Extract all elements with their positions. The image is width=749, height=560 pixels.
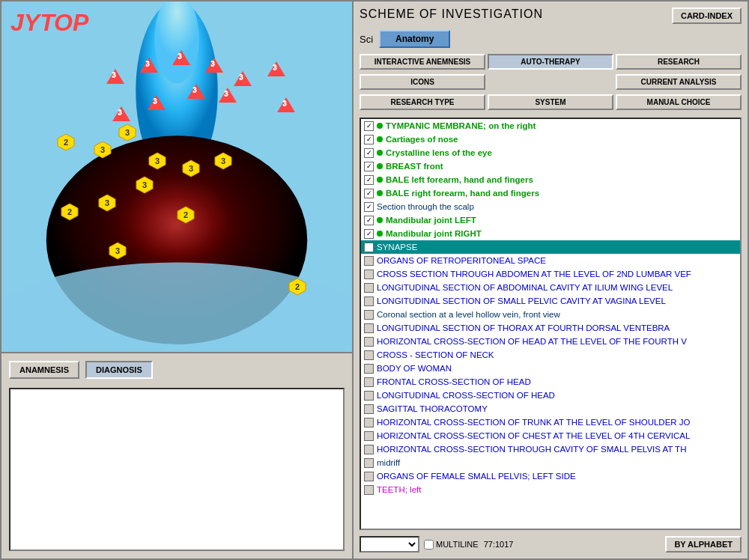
list-item[interactable]: ORGANS OF RETROPERITONEAL SPACE bbox=[361, 254, 740, 267]
marker-hexagon: 3 bbox=[118, 123, 137, 144]
auto-therapy-button[interactable]: AUTO-THERAPY bbox=[488, 54, 613, 70]
list-item-text: LONGITUDINAL CROSS-SECTION OF HEAD bbox=[377, 391, 555, 400]
dropdown-select[interactable] bbox=[360, 536, 419, 553]
svg-text:2: 2 bbox=[295, 282, 300, 291]
marker-hexagon: 2 bbox=[60, 202, 79, 224]
list-item-text: TYMPANIC MEMBRANE; on the right bbox=[386, 121, 536, 130]
list-item-text: CROSS SECTION THROUGH ABDOMEN AT THE LEV… bbox=[377, 270, 691, 279]
marker-hexagon: 3 bbox=[93, 140, 112, 162]
list-item[interactable]: HORIZONTAL CROSS-SECTION OF CHEST AT THE… bbox=[361, 429, 740, 442]
list-item[interactable]: ✓BALE right forearm, hand and fingers bbox=[361, 186, 740, 200]
list-item[interactable]: ✓Mandibular joint LEFT bbox=[361, 213, 740, 227]
list-item-bullet bbox=[377, 231, 383, 237]
list-item[interactable]: CROSS - SECTION OF NECK bbox=[361, 348, 740, 362]
marker-hexagon: 3 bbox=[97, 193, 117, 215]
list-item-text: Section through the scalp bbox=[377, 202, 474, 211]
marker-hexagon: 2 bbox=[176, 205, 195, 227]
multiline-checkbox[interactable] bbox=[424, 540, 434, 550]
list-item[interactable]: SAGITTAL THORACOTOMY bbox=[361, 402, 740, 416]
current-analysis-button[interactable]: CURRENT ANALYSIS bbox=[616, 74, 742, 90]
list-item[interactable]: HORIZONTAL CROSS-SECTION THROUGH CAVITY … bbox=[361, 442, 740, 456]
list-item[interactable]: ✓Crystalline lens of the eye bbox=[361, 146, 740, 159]
list-item-checkbox bbox=[364, 337, 374, 347]
list-item-text: Mandibular joint LEFT bbox=[386, 216, 476, 225]
list-item-checkbox: ✓ bbox=[364, 162, 374, 171]
list-item-text: BREAST front bbox=[386, 162, 443, 171]
list-item-checkbox bbox=[364, 404, 374, 414]
marker-triangle: 3 bbox=[140, 58, 158, 73]
counter-text: 77:1017 bbox=[484, 540, 514, 549]
marker-triangle: 3 bbox=[172, 50, 190, 65]
list-item-text: BALE right forearm, hand and fingers bbox=[386, 189, 539, 198]
list-item[interactable]: FRONTAL CROSS-SECTION OF HEAD bbox=[361, 375, 740, 389]
anatomy-button[interactable]: Anatomy bbox=[379, 30, 450, 48]
marker-triangle: 3 bbox=[205, 58, 223, 73]
button-row-1: INTERACTIVE ANEMNESIS AUTO-THERAPY RESEA… bbox=[360, 54, 742, 70]
list-item[interactable]: ✓Mandibular joint RIGHT bbox=[361, 227, 740, 240]
system-button[interactable]: SYSTEM bbox=[488, 94, 613, 110]
list-item-text: FRONTAL CROSS-SECTION OF HEAD bbox=[377, 377, 531, 386]
interactive-anemnesis-button[interactable]: INTERACTIVE ANEMNESIS bbox=[360, 54, 485, 70]
list-item[interactable]: TEETH; left bbox=[361, 483, 740, 496]
list-item-bullet bbox=[377, 190, 383, 196]
icons-button[interactable]: ICONS bbox=[360, 74, 485, 90]
list-item-checkbox: ✓ bbox=[364, 243, 374, 252]
list-item[interactable]: ✓Cartiages of nose bbox=[361, 133, 740, 146]
diagnosis-button[interactable]: DIAGNOSIS bbox=[85, 361, 153, 379]
list-item-checkbox bbox=[364, 472, 374, 481]
list-item[interactable]: CROSS SECTION THROUGH ABDOMEN AT THE LEV… bbox=[361, 267, 740, 281]
list-item-text: SYNAPSE bbox=[377, 243, 417, 252]
list-item[interactable]: LONGITUDINAL CROSS-SECTION OF HEAD bbox=[361, 389, 740, 402]
list-item[interactable]: HORIZONTAL CROSS-SECTION OF HEAD AT THE … bbox=[361, 335, 740, 348]
card-index-button[interactable]: CARD-INDEX bbox=[672, 7, 742, 24]
list-item[interactable]: Coronal section at a level hollow vein, … bbox=[361, 308, 740, 321]
list-item-text: CROSS - SECTION OF NECK bbox=[377, 350, 494, 359]
sci-row: Sci Anatomy bbox=[360, 30, 742, 48]
svg-text:2: 2 bbox=[67, 207, 72, 216]
list-item-text: LONGITUDINAL SECTION OF ABDOMINAL CAVITY… bbox=[377, 283, 673, 292]
list-item[interactable]: ✓BALE left forearm, hand and fingers bbox=[361, 173, 740, 186]
svg-text:3: 3 bbox=[221, 156, 225, 165]
anamnesis-button[interactable]: ANAMNESIS bbox=[9, 361, 79, 379]
list-item[interactable]: ✓SYNAPSE bbox=[361, 240, 740, 254]
svg-text:3: 3 bbox=[115, 246, 120, 255]
list-item-checkbox bbox=[364, 283, 374, 293]
marker-triangle: 3 bbox=[234, 71, 252, 86]
list-item[interactable]: BODY OF WOMAN bbox=[361, 362, 740, 375]
marker-hexagon: 3 bbox=[108, 241, 127, 263]
multiline-label: MULTILINE bbox=[436, 540, 479, 549]
list-item[interactable]: ✓BREAST front bbox=[361, 159, 740, 173]
list-item[interactable]: HORIZONTAL CROSS-SECTION OF TRUNK AT THE… bbox=[361, 416, 740, 429]
button-row-2: ICONS CURRENT ANALYSIS bbox=[360, 74, 742, 90]
list-item[interactable]: LONGITUDINAL SECTION OF ABDOMINAL CAVITY… bbox=[361, 281, 740, 294]
list-item[interactable]: ✓Section through the scalp bbox=[361, 200, 740, 213]
list-item[interactable]: LONGITUDINAL SECTION OF SMALL PELVIC CAV… bbox=[361, 294, 740, 308]
research-type-button[interactable]: RESEARCH TYPE bbox=[360, 94, 485, 110]
list-item-bullet bbox=[377, 123, 383, 129]
marker-hexagon: 3 bbox=[213, 151, 233, 173]
by-alphabet-button[interactable]: BY ALPHABET bbox=[665, 536, 742, 553]
manual-choice-button[interactable]: MANUAL CHOICE bbox=[616, 94, 742, 110]
list-item[interactable]: LONGITUDINAL SECTION OF THORAX AT FOURTH… bbox=[361, 321, 740, 335]
bottom-button-row: ANAMNESIS DIAGNOSIS bbox=[9, 361, 345, 379]
notes-area[interactable] bbox=[9, 388, 345, 551]
list-item[interactable]: ORGANS OF FEMALE SMALL PELVIS; LEFT SIDE bbox=[361, 469, 740, 483]
list-item-bullet bbox=[377, 136, 383, 142]
list-item[interactable]: ✓TYMPANIC MEMBRANE; on the right bbox=[361, 119, 740, 133]
investigation-list[interactable]: ✓TYMPANIC MEMBRANE; on the right✓Cartiag… bbox=[360, 118, 742, 530]
list-item[interactable]: midriff bbox=[361, 456, 740, 469]
marker-triangle: 3 bbox=[277, 97, 295, 112]
list-item-checkbox bbox=[364, 391, 374, 401]
marker-hexagon: 3 bbox=[135, 175, 154, 197]
list-item-checkbox: ✓ bbox=[364, 189, 374, 198]
list-item-text: SAGITTAL THORACOTOMY bbox=[377, 404, 488, 413]
marker-triangle: 3 bbox=[187, 84, 205, 99]
list-item-checkbox: ✓ bbox=[364, 148, 374, 158]
svg-text:3: 3 bbox=[105, 198, 109, 207]
list-item-bullet bbox=[377, 177, 383, 183]
sci-label: Sci bbox=[360, 34, 373, 45]
marker-hexagon: 3 bbox=[148, 151, 167, 173]
list-item-checkbox bbox=[364, 364, 374, 374]
list-item-checkbox bbox=[364, 458, 374, 468]
research-button[interactable]: RESEARCH bbox=[616, 54, 742, 70]
